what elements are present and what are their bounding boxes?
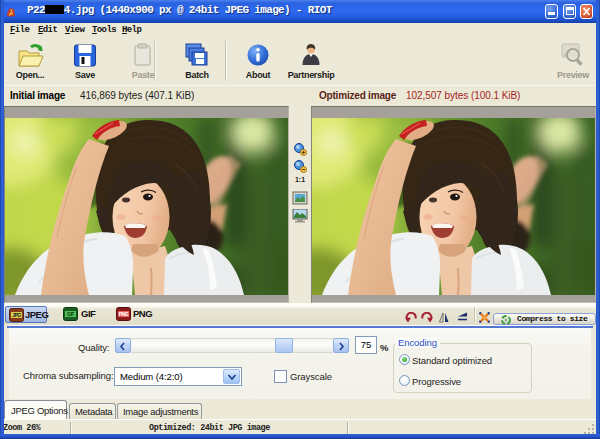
- svg-text:GIF: GIF: [67, 311, 74, 317]
- svg-text:PNG: PNG: [119, 311, 129, 317]
- svg-text:JPG: JPG: [12, 312, 21, 318]
